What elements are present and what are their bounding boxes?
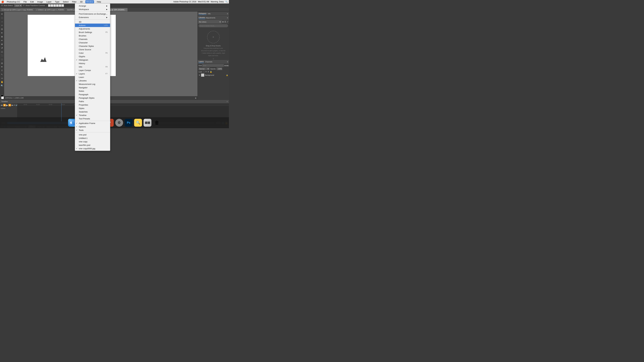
timeline-prev-btn[interactable]: ⏪ xyxy=(3,104,6,106)
magic-wand-tool[interactable]: ⊹ xyxy=(0,23,4,27)
layers-tab[interactable]: Layers xyxy=(198,60,204,63)
menu-tool-presets[interactable]: Tool Presets xyxy=(75,117,110,120)
menu-brushes[interactable]: Brushes xyxy=(75,34,110,37)
panel-options-icon[interactable]: ≡ xyxy=(227,13,228,14)
menu-libraries[interactable]: ✓ Libraries xyxy=(75,79,110,82)
timeline-close-icon[interactable]: × xyxy=(227,100,228,102)
library-search-input[interactable] xyxy=(198,24,228,27)
menu-layers[interactable]: ✓ Layers F7 xyxy=(75,72,110,75)
menu-brush-settings[interactable]: Brush Settings F5 xyxy=(75,30,110,34)
menu-channels[interactable]: Channels xyxy=(75,37,110,41)
menu-image[interactable]: Image xyxy=(37,0,44,3)
menu-measurement-log[interactable]: Measurement Log xyxy=(75,82,110,86)
marquee-tool[interactable]: ⬚ xyxy=(0,16,4,19)
menu-paragraph-styles[interactable]: Paragraph Styles xyxy=(75,96,110,100)
lib-options-icon[interactable]: ≡ xyxy=(227,17,228,19)
pen-tool[interactable]: ✒ xyxy=(0,65,4,68)
menu-3d[interactable]: 3D xyxy=(75,20,110,23)
blend-mode-select[interactable]: Normal xyxy=(198,67,210,70)
timeline-loop-btn[interactable]: ↺ xyxy=(14,104,15,106)
dock-settings[interactable]: ⚙ xyxy=(115,119,123,127)
menu-edit[interactable]: Edit xyxy=(30,0,34,3)
menu-select[interactable]: Select xyxy=(62,0,69,3)
menu-extensions[interactable]: Extensions ▶ xyxy=(75,15,110,19)
menu-styles[interactable]: Styles xyxy=(75,106,110,110)
library-help-icon[interactable]: ? xyxy=(212,58,214,60)
lib-list-icon[interactable]: ☰ xyxy=(224,21,226,23)
timeline-first-btn[interactable]: ⏮ xyxy=(1,104,3,106)
auto-select-checkbox[interactable]: ☑ xyxy=(1,4,3,6)
menu-filter[interactable]: Filter xyxy=(72,0,77,3)
move-tool[interactable]: ✛ xyxy=(0,12,4,16)
menu-window[interactable]: Window xyxy=(85,0,94,3)
menu-character-styles[interactable]: Character Styles xyxy=(75,44,110,48)
auto-select-dropdown[interactable]: Layer xyxy=(14,4,22,7)
lib-expand-icon[interactable]: ⤢ xyxy=(227,21,228,23)
lock-all-icon[interactable]: 🔒 xyxy=(210,71,212,73)
menu-actions[interactable]: Actions ⌥F9 xyxy=(75,23,110,27)
library-selector[interactable]: My Library xyxy=(198,20,222,23)
menu-app-frame[interactable]: ✓ Application Frame xyxy=(75,121,110,125)
tab-untitled[interactable]: × Untitled-1 @ 100% (Layer 1, RGB/8#) xyxy=(34,8,66,11)
menu-color[interactable]: Color F6 xyxy=(75,51,110,55)
hand-tool[interactable]: ✋ xyxy=(0,80,4,84)
libraries-tab[interactable]: Libraries xyxy=(198,16,205,19)
lock-transparent-icon[interactable]: ⬚ xyxy=(203,71,205,73)
timeline-playhead[interactable] xyxy=(61,103,62,121)
brush-tool[interactable]: ✏ xyxy=(0,39,4,42)
menu-arrange[interactable]: Arrange ▶ xyxy=(75,4,110,7)
menu-timeline[interactable]: ✓ Timeline xyxy=(75,113,110,117)
library-add-circle[interactable]: + xyxy=(207,31,220,43)
crop-tool[interactable]: ⊡ xyxy=(0,27,4,31)
layers-search-input[interactable] xyxy=(202,64,224,67)
timeline-next-btn[interactable]: ⏩ xyxy=(8,104,11,106)
path-selection-tool[interactable]: ↖ xyxy=(0,73,4,76)
healing-tool[interactable]: ⊕ xyxy=(0,35,4,38)
menu-histogram[interactable]: ✓ Histogram xyxy=(75,58,110,62)
menu-clone-source[interactable]: Clone Source xyxy=(75,48,110,51)
menu-file[interactable]: File xyxy=(23,0,28,3)
menu-paragraph[interactable]: Paragraph xyxy=(75,93,110,96)
dodge-tool[interactable]: ◎ xyxy=(0,61,4,65)
menu-options[interactable]: ✓ Options xyxy=(75,125,110,128)
menu-find-extensions[interactable]: Find Extensions on Exchange... xyxy=(75,12,110,15)
histogram-tab[interactable]: Histogram xyxy=(198,12,206,15)
lock-move-icon[interactable]: ✛ xyxy=(208,71,209,73)
lock-paint-icon[interactable]: ✏ xyxy=(205,71,207,73)
lasso-tool[interactable]: ⌓ xyxy=(0,20,4,23)
opacity-input[interactable] xyxy=(217,67,222,70)
menu-navigator[interactable]: Navigator xyxy=(75,86,110,89)
adjustments-tab[interactable]: Adjustments xyxy=(206,17,216,19)
channels-tab[interactable]: Channels xyxy=(205,61,212,63)
history-brush-tool[interactable]: ↺ xyxy=(0,46,4,50)
menu-swatches[interactable]: Swatches xyxy=(75,110,110,113)
tab-vine-psd[interactable]: × vine.psd @ 100% (Layer 2 copy, RGB/8#) xyxy=(1,8,34,11)
dock-photoshop[interactable]: Ps xyxy=(125,119,132,127)
dock-trash[interactable]: 🗑 xyxy=(153,119,161,127)
tab-close-vinecopy[interactable]: × xyxy=(125,9,126,11)
menu-adjustments[interactable]: Adjustments xyxy=(75,27,110,30)
menu-learn[interactable]: Learn xyxy=(75,75,110,79)
lib-grid-icon[interactable]: ⊞ xyxy=(222,21,224,23)
menu-info[interactable]: Info F8 xyxy=(75,65,110,68)
menu-type[interactable]: Type xyxy=(54,0,60,3)
menu-layer[interactable]: Layer xyxy=(46,0,52,3)
dock-magnify[interactable]: 🔍 xyxy=(134,119,142,127)
canvas-expand[interactable]: ▶ xyxy=(195,97,196,99)
menu-3d[interactable]: 3D xyxy=(80,0,83,3)
menu-glyphs[interactable]: Glyphs xyxy=(75,55,110,58)
transform-checkbox[interactable]: ☑ xyxy=(23,4,24,6)
eyedropper-tool[interactable]: ✒ xyxy=(0,31,4,34)
menu-notes[interactable]: Notes xyxy=(75,89,110,93)
background-color[interactable] xyxy=(1,96,4,99)
dock-launchpad[interactable]: ⬛⬛ xyxy=(144,119,152,127)
apple-menu[interactable]: 🍎 xyxy=(1,0,4,3)
clone-tool[interactable]: ⊗ xyxy=(0,42,4,46)
layer-visibility-icon[interactable]: 👁 xyxy=(198,74,200,76)
gradient-tool[interactable]: ⬛ xyxy=(0,54,4,57)
blur-tool[interactable]: ◌ xyxy=(0,57,4,61)
menu-character[interactable]: Character xyxy=(75,41,110,44)
menu-properties[interactable]: Properties xyxy=(75,103,110,106)
menu-help[interactable]: Help xyxy=(96,0,102,3)
search-icon[interactable]: 🔍 xyxy=(225,1,228,3)
